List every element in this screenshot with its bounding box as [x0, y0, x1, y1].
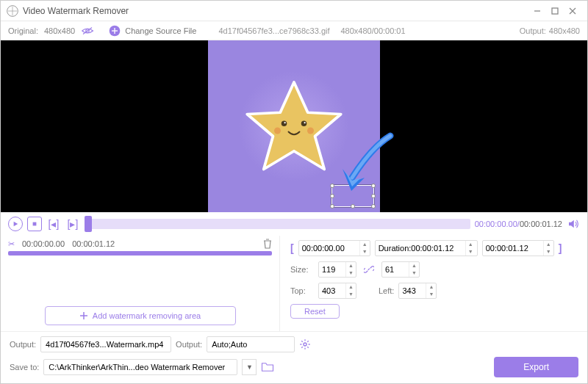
titlebar: Video Watermark Remover: [1, 1, 587, 21]
export-button[interactable]: Export: [494, 357, 578, 377]
stop-button[interactable]: [27, 217, 42, 231]
save-to-input[interactable]: [43, 359, 237, 375]
delete-clip-icon[interactable]: [263, 239, 272, 249]
clip-start: 00:00:00.00: [22, 239, 65, 248]
progress-bar[interactable]: [85, 219, 470, 229]
frame-fwd-button[interactable]: [▸]: [65, 217, 80, 231]
left-label: Left:: [379, 286, 394, 295]
svg-point-14: [304, 122, 306, 123]
svg-rect-17: [33, 222, 37, 226]
svg-point-15: [274, 128, 281, 134]
progress-head[interactable]: [85, 216, 92, 232]
volume-icon[interactable]: [567, 217, 580, 231]
output-label: Output:: [520, 26, 546, 35]
close-button[interactable]: [564, 2, 581, 20]
svg-rect-2: [552, 8, 558, 14]
svg-point-11: [282, 121, 287, 127]
clip-end: 00:00:01.12: [72, 239, 115, 248]
original-info: Original: 480x480: [8, 26, 94, 35]
source-dimensions: 480x480/00:00:01: [341, 26, 406, 35]
clips-panel: ✂ 00:00:00.00 00:00:01.12 Add watermark …: [1, 236, 280, 331]
range-start-input[interactable]: ▲▼: [298, 240, 370, 256]
top-input[interactable]: ▲▼: [318, 283, 356, 299]
output-format-input[interactable]: [207, 336, 295, 352]
open-folder-icon[interactable]: [261, 362, 274, 372]
change-source-button[interactable]: Change Source File: [125, 26, 196, 35]
size-label: Size:: [290, 265, 314, 274]
output-file-label: Output:: [10, 340, 36, 349]
svg-point-20: [304, 343, 306, 346]
minimize-button[interactable]: [528, 2, 546, 20]
window-title: Video Watermark Remover: [23, 6, 528, 16]
reset-button[interactable]: Reset: [290, 304, 340, 319]
output-file-input[interactable]: [40, 336, 171, 352]
preview-toggle-icon[interactable]: [81, 26, 94, 35]
toolbar: Original: 480x480 Change Source File 4d1…: [1, 21, 587, 40]
svg-point-16: [307, 128, 314, 134]
star-graphic: [239, 71, 349, 181]
original-dim: 480x480: [44, 26, 75, 35]
height-input[interactable]: ▲▼: [381, 261, 420, 278]
source-filename: 4d17f04567fe3...ce7968c33.gif: [218, 26, 329, 35]
output-dim: 480x480: [549, 26, 580, 35]
bottom-bar: Output: Output: Save to: ▼ Export: [1, 331, 587, 384]
add-area-button[interactable]: Add watermark removing area: [45, 306, 236, 325]
save-to-label: Save to:: [10, 363, 39, 372]
range-end-input[interactable]: ▲▼: [482, 240, 554, 256]
left-input[interactable]: ▲▼: [398, 283, 437, 299]
video-preview[interactable]: [1, 40, 587, 212]
plus-icon: [79, 311, 88, 320]
selection-box[interactable]: [331, 185, 374, 207]
time-display: 00:00:00.00/00:00:01.12: [475, 220, 562, 228]
app-icon: [7, 5, 18, 17]
play-button[interactable]: [8, 217, 23, 231]
clip-progress[interactable]: [8, 251, 272, 256]
top-label: Top:: [290, 286, 314, 295]
width-input[interactable]: ▲▼: [318, 261, 356, 278]
settings-icon[interactable]: [299, 338, 311, 350]
video-frame: [208, 40, 380, 212]
original-label: Original:: [8, 26, 38, 35]
frame-back-button[interactable]: [◂]: [46, 217, 61, 231]
range-duration-input[interactable]: ▲▼: [375, 240, 478, 256]
bracket-start[interactable]: [: [290, 242, 294, 254]
save-to-dropdown[interactable]: ▼: [242, 359, 257, 375]
link-icon[interactable]: [364, 264, 374, 275]
bracket-end[interactable]: ]: [559, 242, 562, 254]
svg-point-13: [284, 122, 286, 123]
playback-controls: [◂] [▸] 00:00:00.00/00:00:01.12: [1, 212, 587, 236]
properties-panel: [ ▲▼ ▲▼ ▲▼ ] Size: ▲▼ ▲▼ Top: ▲▼ Left: ▲…: [280, 236, 587, 331]
output-format-label: Output:: [176, 340, 202, 349]
maximize-button[interactable]: [546, 2, 564, 20]
add-icon[interactable]: [109, 25, 121, 37]
clip-row[interactable]: ✂ 00:00:00.00 00:00:01.12: [8, 239, 272, 249]
svg-point-12: [301, 121, 307, 127]
cut-icon: ✂: [8, 239, 15, 249]
